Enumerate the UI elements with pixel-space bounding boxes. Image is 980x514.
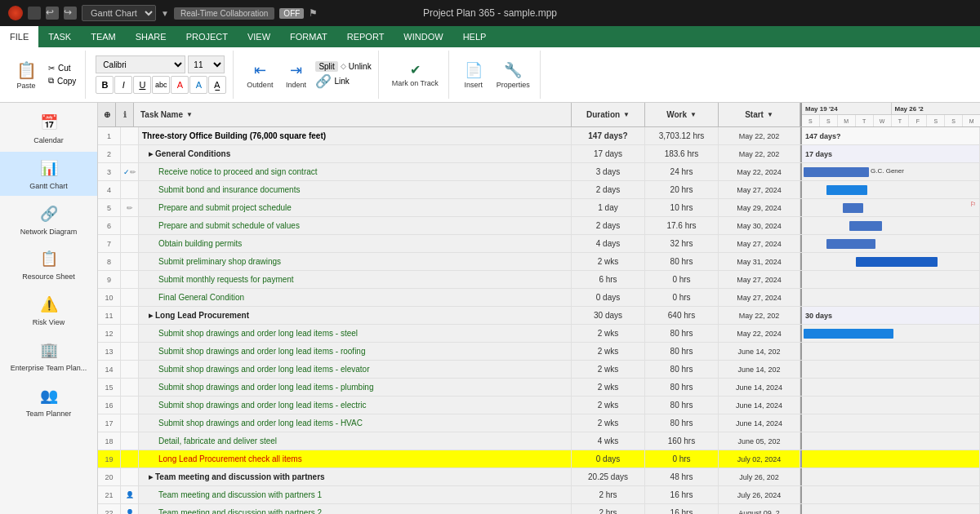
task-name-cell-22[interactable]: Team meeting and discussion with partner… [139, 504, 572, 514]
work-cell-19[interactable]: 0 hrs [645, 450, 719, 467]
work-cell-10[interactable]: 0 hrs [645, 289, 719, 306]
table-row[interactable]: 6 Prepare and submit schedule of values … [98, 217, 980, 235]
table-row[interactable]: 5 ✏ Prepare and submit project schedule … [98, 199, 980, 217]
task-name-cell-7[interactable]: Obtain building permits [139, 235, 572, 252]
duration-cell-10[interactable]: 0 days [572, 289, 645, 306]
duration-cell-9[interactable]: 6 hrs [572, 271, 645, 288]
header-duration[interactable]: Duration ▼ [572, 103, 645, 126]
table-row[interactable]: 13 Submit shop drawings and order long l… [98, 343, 980, 361]
properties-button[interactable]: 🔧 Properties [493, 60, 533, 91]
italic-button[interactable]: I [114, 76, 132, 94]
sidebar-item-team-planner[interactable]: 👥 Team Planner [0, 379, 97, 423]
table-row[interactable]: 21 👤 Team meeting and discussion with pa… [98, 486, 980, 504]
work-cell-20[interactable]: 48 hrs [645, 468, 719, 485]
tab-project[interactable]: PROJECT [176, 26, 238, 47]
duration-cell-15[interactable]: 2 wks [572, 379, 645, 396]
table-row[interactable]: 7 Obtain building permits 4 days 32 hrs … [98, 235, 980, 253]
task-name-cell-2[interactable]: ▸ General Conditions [139, 145, 572, 162]
duration-cell-3[interactable]: 3 days [572, 163, 645, 180]
sidebar-item-calendar[interactable]: 📅 Calendar [0, 106, 97, 150]
bg-color-button[interactable]: A̲ [208, 76, 226, 94]
start-cell-6[interactable]: May 30, 2024 [719, 217, 800, 234]
duration-cell-5[interactable]: 1 day [572, 199, 645, 216]
task-name-cell-17[interactable]: Submit shop drawings and order long lead… [139, 414, 572, 432]
table-row[interactable]: 16 Submit shop drawings and order long l… [98, 397, 980, 414]
task-name-cell-20[interactable]: ▸ Team meeting and discussion with partn… [139, 468, 572, 485]
start-cell-11[interactable]: May 22, 202 [719, 307, 800, 324]
duration-cell-20[interactable]: 20.25 days [572, 468, 645, 485]
link-label[interactable]: Link [334, 77, 349, 86]
start-cell-13[interactable]: June 14, 202 [719, 343, 800, 360]
sidebar-item-network[interactable]: 🔗 Network Diagram [0, 197, 97, 241]
tab-team[interactable]: TEAM [81, 26, 126, 47]
duration-cell-22[interactable]: 2 hrs [572, 504, 645, 514]
table-row[interactable]: 14 Submit shop drawings and order long l… [98, 361, 980, 379]
table-row[interactable]: 8 Submit preliminary shop drawings 2 wks… [98, 253, 980, 271]
start-cell-16[interactable]: June 14, 2024 [719, 397, 800, 414]
duration-cell-4[interactable]: 2 days [572, 181, 645, 198]
start-cell-10[interactable]: May 27, 2024 [719, 289, 800, 306]
start-cell-4[interactable]: May 27, 2024 [719, 181, 800, 198]
start-cell-17[interactable]: June 14, 2024 [719, 414, 800, 432]
duration-cell-8[interactable]: 2 wks [572, 253, 645, 270]
task-name-cell-19[interactable]: Long Lead Procurement check all items [139, 450, 572, 467]
view-dropdown[interactable]: Gantt Chart [82, 5, 156, 21]
table-row[interactable]: 9 Submit monthly requests for payment 6 … [98, 271, 980, 289]
start-cell-18[interactable]: June 05, 202 [719, 432, 800, 450]
cut-button[interactable]: ✂ Cut [46, 63, 78, 73]
font-size-select[interactable]: 11 [188, 55, 225, 73]
insert-button[interactable]: 📄 Insert [459, 60, 488, 91]
task-name-cell-16[interactable]: Submit shop drawings and order long lead… [139, 397, 572, 414]
task-name-cell-6[interactable]: Prepare and submit schedule of values [139, 217, 572, 234]
tab-report[interactable]: REPORT [337, 26, 394, 47]
work-cell-12[interactable]: 80 hrs [645, 325, 719, 342]
work-cell-8[interactable]: 80 hrs [645, 253, 719, 270]
task-name-cell-12[interactable]: Submit shop drawings and order long lead… [139, 325, 572, 342]
highlight-button[interactable]: A [171, 76, 189, 94]
undo-button[interactable]: ↩ [46, 7, 59, 20]
start-cell-22[interactable]: August 09, 2 [719, 504, 800, 514]
task-name-cell-1[interactable]: Three-story Office Building (76,000 squa… [139, 127, 572, 144]
duration-cell-17[interactable]: 2 wks [572, 414, 645, 432]
start-cell-21[interactable]: July 26, 2024 [719, 486, 800, 503]
work-cell-7[interactable]: 32 hrs [645, 235, 719, 252]
task-name-cell-18[interactable]: Detail, fabricate and deliver steel [139, 432, 572, 450]
sidebar-item-gantt[interactable]: 📊 Gantt Chart [0, 152, 97, 196]
table-row[interactable]: 20 ▸ Team meeting and discussion with pa… [98, 468, 980, 486]
table-row[interactable]: 17 Submit shop drawings and order long l… [98, 414, 980, 432]
task-name-cell-21[interactable]: Team meeting and discussion with partner… [139, 486, 572, 503]
task-name-cell-4[interactable]: Submit bond and insurance documents [139, 181, 572, 198]
task-name-cell-13[interactable]: Submit shop drawings and order long lead… [139, 343, 572, 360]
table-row[interactable]: 4 Submit bond and insurance documents 2 … [98, 181, 980, 199]
tab-task[interactable]: TASK [38, 26, 81, 47]
work-cell-9[interactable]: 0 hrs [645, 271, 719, 288]
work-cell-6[interactable]: 17.6 hrs [645, 217, 719, 234]
start-cell-3[interactable]: May 22, 2024 [719, 163, 800, 180]
duration-cell-6[interactable]: 2 days [572, 217, 645, 234]
duration-cell-18[interactable]: 4 wks [572, 432, 645, 450]
start-cell-1[interactable]: May 22, 202 [719, 127, 800, 144]
paste-button[interactable]: 📋 Paste [11, 59, 41, 91]
tab-window[interactable]: WINDOW [394, 26, 452, 47]
work-cell-15[interactable]: 80 hrs [645, 379, 719, 396]
underline-button[interactable]: U [133, 76, 151, 94]
save-button[interactable] [28, 7, 41, 20]
start-cell-2[interactable]: May 22, 202 [719, 145, 800, 162]
font-family-select[interactable]: Calibri [96, 55, 185, 73]
collab-state[interactable]: OFF [279, 8, 304, 19]
table-row[interactable]: 11 ▸ Long Lead Procurement 30 days 640 h… [98, 307, 980, 325]
work-cell-16[interactable]: 80 hrs [645, 397, 719, 414]
task-name-cell-15[interactable]: Submit shop drawings and order long lead… [139, 379, 572, 396]
redo-button[interactable]: ↪ [64, 7, 77, 20]
duration-cell-7[interactable]: 4 days [572, 235, 645, 252]
start-cell-15[interactable]: June 14, 2024 [719, 379, 800, 396]
table-row[interactable]: 18 Detail, fabricate and deliver steel 4… [98, 432, 980, 450]
start-cell-8[interactable]: May 31, 2024 [719, 253, 800, 270]
duration-cell-13[interactable]: 2 wks [572, 343, 645, 360]
tab-format[interactable]: FORMAT [280, 26, 337, 47]
task-name-cell-9[interactable]: Submit monthly requests for payment [139, 271, 572, 288]
start-cell-7[interactable]: May 27, 2024 [719, 235, 800, 252]
duration-cell-12[interactable]: 2 wks [572, 325, 645, 342]
task-name-cell-11[interactable]: ▸ Long Lead Procurement [139, 307, 572, 324]
duration-cell-2[interactable]: 17 days [572, 145, 645, 162]
